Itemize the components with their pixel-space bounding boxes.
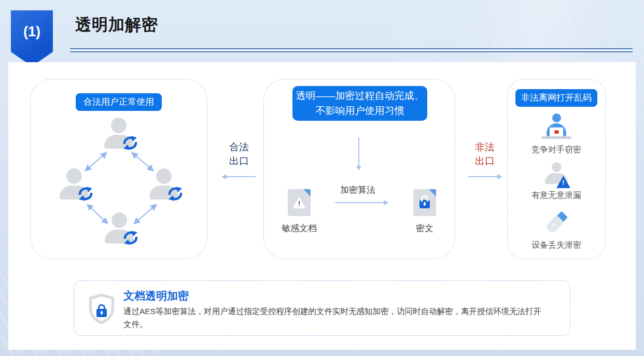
folded-corner	[303, 189, 311, 196]
illegal-exit-line2: 出口	[465, 154, 505, 168]
ciphertext-item: 密文	[404, 189, 445, 234]
padlock-icon	[96, 309, 107, 317]
encryption-algorithm-label: 加密算法	[337, 184, 379, 196]
summary-description: 通过AES等加密算法，对用户通过指定受控程序创建的文件实时无感知加密，访问时自动…	[123, 305, 548, 331]
title-underline	[70, 48, 633, 52]
risk-label: 竞争对手窃密	[531, 145, 581, 155]
sync-icon	[123, 230, 138, 246]
section-number: (1)	[23, 24, 40, 66]
risk-item: ⌀ 设备丢失泄密	[508, 208, 605, 251]
desk-bar	[541, 136, 571, 139]
user-sync-icon	[58, 168, 90, 201]
shield-lock-icon	[88, 294, 116, 324]
locked-document-icon	[413, 189, 436, 216]
risk-label: 设备丢失泄密	[531, 240, 581, 251]
section-number-badge: (1)	[11, 10, 53, 66]
user-sync-icon	[103, 118, 135, 150]
risk-label: 有意无意泄漏	[531, 190, 581, 201]
arrow-left-icon	[222, 176, 256, 177]
padlock-icon	[419, 200, 430, 208]
spy-at-laptop-icon	[540, 113, 572, 141]
content-card: 合法用户正常使用	[8, 62, 636, 350]
warning-document-icon: !	[288, 189, 311, 216]
ciphertext-label: 密文	[404, 222, 445, 234]
risk-item: 竞争对手窃密	[508, 113, 605, 155]
transparent-encryption-title: 透明——加密过程自动完成、 不影响用户使用习惯	[292, 86, 427, 121]
user-head	[111, 118, 127, 133]
sensitive-doc-item: ! 敏感文档	[278, 189, 320, 234]
legal-users-panel: 合法用户正常使用	[30, 79, 207, 259]
sync-icon	[78, 186, 93, 202]
legal-exit-line2: 出口	[219, 154, 259, 168]
transparent-encryption-panel: 透明——加密过程自动完成、 不影响用户使用习惯 ! 敏感文档 加密算法 密文	[263, 79, 455, 259]
user-sync-icon	[148, 168, 180, 201]
title-line2: 不影响用户使用习惯	[296, 104, 424, 119]
warning-triangle-icon: !	[293, 197, 306, 208]
legal-exit-line1: 合法	[219, 140, 259, 154]
sync-icon	[122, 135, 138, 151]
page-title: 透明加解密	[75, 14, 158, 36]
usb-drive-icon: ⌀	[542, 208, 571, 237]
title-line1: 透明——加密过程自动完成、	[296, 89, 424, 104]
arrow-down-icon	[358, 137, 359, 166]
malware-bug-icon	[554, 130, 559, 134]
user-warning-icon: !	[540, 162, 572, 187]
user-head	[66, 168, 82, 184]
user-head	[156, 168, 172, 184]
summary-box: 文档透明加密 通过AES等加密算法，对用户通过指定受控程序创建的文件实时无感知加…	[74, 280, 570, 336]
laptop-icon	[550, 127, 563, 136]
user-head	[111, 212, 127, 228]
arrow-right-icon	[468, 176, 501, 177]
illegal-exit-label: 非法 出口	[465, 140, 505, 177]
sync-icon	[167, 186, 183, 202]
user-sync-icon	[103, 212, 135, 245]
sensitive-doc-label: 敏感文档	[278, 222, 320, 234]
folded-corner	[429, 189, 436, 196]
risk-item: ! 有意无意泄漏	[508, 162, 605, 201]
legal-exit-label: 合法 出口	[219, 140, 259, 177]
illegal-exit-line1: 非法	[465, 140, 505, 154]
illegal-offline-panel-title: 非法离网打开乱码	[515, 89, 597, 107]
summary-title: 文档透明加密	[123, 289, 189, 303]
arrow-right-icon	[335, 202, 388, 203]
illegal-offline-panel: 非法离网打开乱码 竞争对手窃密 ! 有意无意泄漏	[507, 79, 606, 259]
